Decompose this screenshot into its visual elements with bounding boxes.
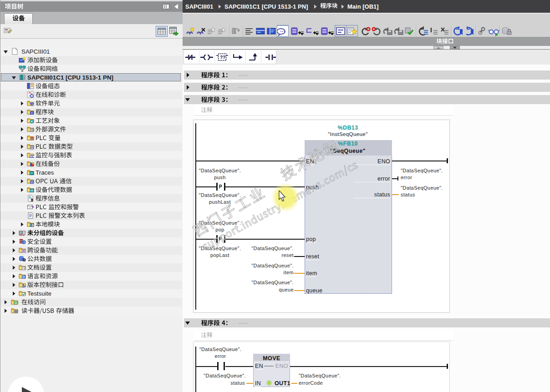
svg-text:01: 01 [31, 129, 34, 131]
svg-text:??: ?? [220, 55, 225, 60]
